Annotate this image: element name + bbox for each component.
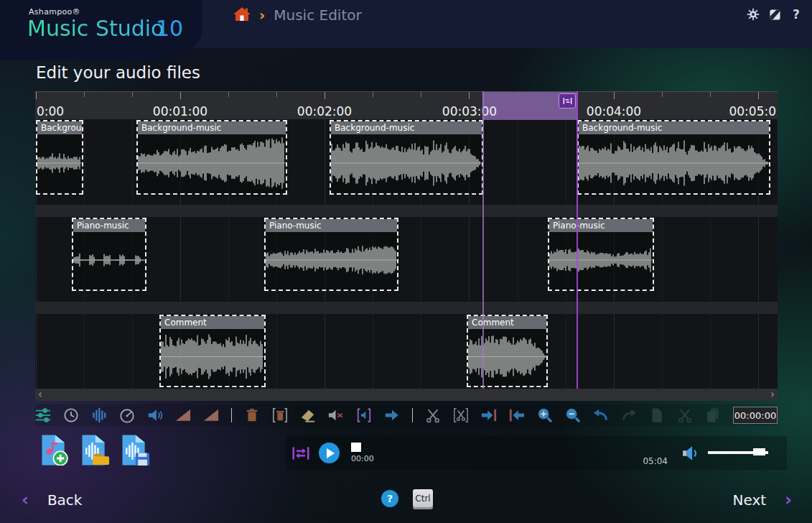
- save-project-button[interactable]: [118, 434, 150, 467]
- clip-label: Background-music: [579, 121, 769, 134]
- shift-right-icon[interactable]: [384, 407, 400, 423]
- toolbar-separator: [412, 408, 413, 422]
- gridline: [710, 314, 711, 389]
- help-circle-button[interactable]: ?: [381, 490, 398, 507]
- clip-label: Piano-music: [549, 219, 653, 232]
- clip-waveform: [549, 232, 653, 288]
- clip-waveform: [138, 134, 286, 192]
- audio-clip[interactable]: Piano-music: [72, 218, 146, 291]
- ruler-time-label: 00:05:0: [729, 104, 776, 119]
- ruler-time-label: 00:01:00: [153, 104, 207, 119]
- gridline: [758, 314, 759, 389]
- open-project-button[interactable]: [78, 434, 110, 467]
- ruler-tick: [36, 92, 37, 99]
- ruler-time-label: 00:03:00: [442, 104, 497, 119]
- gridline: [614, 314, 615, 389]
- zoom-out-icon[interactable]: [565, 407, 581, 423]
- scroll-left-icon[interactable]: ‹: [38, 389, 42, 400]
- speaker-icon[interactable]: [682, 444, 701, 461]
- stop-button[interactable]: [351, 443, 361, 452]
- gridline: [36, 217, 37, 302]
- help-icon[interactable]: ?: [789, 7, 803, 22]
- audio-clip[interactable]: Background-music: [136, 120, 287, 195]
- audio-clip[interactable]: Background-music: [577, 120, 770, 195]
- audio-clip[interactable]: Comment: [467, 315, 548, 387]
- audio-clip[interactable]: Piano-music: [264, 218, 398, 291]
- next-button[interactable]: Next ›: [733, 490, 792, 510]
- elapsed-time: 00:00: [351, 454, 374, 463]
- audio-clip[interactable]: Comment: [159, 315, 266, 387]
- trim-left-icon[interactable]: [509, 407, 525, 423]
- gridline: [325, 314, 325, 389]
- add-audio-file-button[interactable]: [38, 434, 70, 467]
- ruler-tick: [180, 92, 181, 99]
- clip-label: Comment: [161, 316, 264, 329]
- brand-version: 10: [156, 16, 183, 41]
- fade-out-icon[interactable]: [203, 407, 219, 423]
- next-chevron-icon: ›: [785, 490, 792, 510]
- insert-silence-icon[interactable]: [356, 407, 372, 423]
- ctrl-key-hint: Ctrl: [413, 489, 433, 507]
- clip-waveform: [468, 329, 546, 384]
- ruler-tick: [132, 92, 133, 97]
- edit-toolbar: 00:00:00: [35, 404, 778, 426]
- clip-label: Background-music: [138, 121, 286, 134]
- track-row-2[interactable]: [35, 217, 778, 302]
- ruler-tick: [228, 92, 229, 97]
- audio-clip[interactable]: Background-music: [330, 120, 483, 195]
- loop-playback-icon[interactable]: [291, 444, 310, 463]
- gridline: [518, 217, 518, 302]
- gridline: [325, 119, 325, 205]
- ruler-time-label: 0:00: [37, 104, 64, 119]
- gridline: [132, 119, 133, 205]
- cut-icon[interactable]: [425, 407, 441, 423]
- gridline: [84, 314, 85, 389]
- trim-right-icon[interactable]: [481, 407, 497, 423]
- fade-in-icon[interactable]: [175, 407, 191, 423]
- cut-range-icon[interactable]: [453, 407, 469, 423]
- app-logo: Ashampoo® Music Studio 10: [0, 0, 202, 60]
- playback-speed-icon[interactable]: [119, 407, 135, 423]
- eraser-icon[interactable]: [300, 407, 316, 423]
- file-actions: [38, 434, 150, 467]
- track-row-3[interactable]: [35, 314, 778, 389]
- gridline: [469, 217, 470, 302]
- gridline: [710, 217, 711, 302]
- timeline-ruler[interactable]: 0:0000:01:0000:02:0000:03:0000:04:0000:0…: [35, 91, 778, 119]
- clip-waveform: [331, 134, 482, 192]
- gear-icon[interactable]: [746, 7, 760, 22]
- timer-icon[interactable]: [63, 407, 79, 423]
- delete-icon[interactable]: [244, 407, 260, 423]
- volume-slider[interactable]: [708, 450, 768, 455]
- zoom-in-icon[interactable]: [537, 407, 553, 423]
- mixer-icon[interactable]: [35, 407, 51, 423]
- clip-waveform: [73, 232, 145, 288]
- paste-icon: [649, 407, 665, 423]
- ruler-tick: [325, 92, 325, 99]
- volume-effect-icon[interactable]: [147, 407, 163, 423]
- equalizer-icon[interactable]: [91, 407, 107, 423]
- volume-handle[interactable]: [753, 448, 765, 455]
- gridline: [566, 119, 566, 205]
- clip-label: Piano-music: [266, 219, 397, 232]
- scroll-right-icon[interactable]: ›: [770, 389, 775, 400]
- feedback-icon[interactable]: [767, 7, 782, 22]
- gridline: [84, 119, 85, 205]
- horizontal-scrollbar[interactable]: ‹ ›: [35, 389, 778, 401]
- delete-range-icon[interactable]: [272, 407, 288, 423]
- loop-boundary-line[interactable]: [482, 91, 484, 389]
- ruler-tick: [758, 92, 759, 99]
- back-button[interactable]: ‹ Back: [22, 490, 82, 510]
- ruler-tick: [662, 92, 663, 97]
- breadcrumb: › Music Editor: [233, 4, 362, 26]
- undo-icon[interactable]: [593, 407, 609, 423]
- audio-clip[interactable]: Backgrour: [36, 120, 83, 195]
- loop-boundary-line[interactable]: [577, 91, 578, 389]
- total-time: 05:04: [643, 456, 668, 466]
- tracks-area[interactable]: BackgrourBackground-musicBackground-musi…: [35, 119, 778, 389]
- mute-icon[interactable]: [328, 407, 344, 423]
- play-button[interactable]: [319, 443, 340, 463]
- loop-icon[interactable]: [559, 93, 576, 108]
- home-icon[interactable]: [233, 6, 251, 24]
- audio-clip[interactable]: Piano-music: [548, 218, 654, 291]
